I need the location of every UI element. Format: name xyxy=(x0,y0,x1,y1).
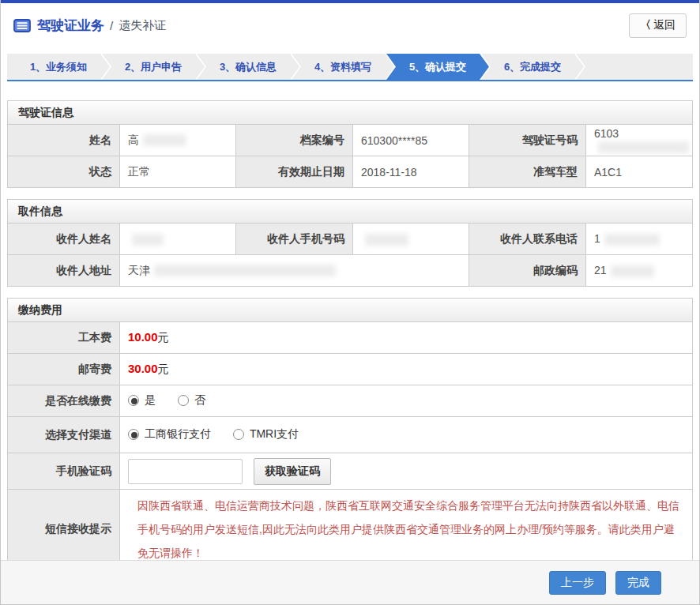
pickup-info-section: 取件信息 收件人姓名 收件人手机号码 收件人联系电话 1 收件人地址 天津 邮政… xyxy=(7,199,693,287)
sms-code-label: 手机验证码 xyxy=(8,453,120,490)
vehicle-class-label: 准驾车型 xyxy=(469,156,586,188)
sms-notice-label: 短信接收提示 xyxy=(8,490,120,569)
back-button[interactable]: 〈返回 xyxy=(629,13,687,38)
page-subtitle: 遗失补证 xyxy=(119,18,166,33)
license-info-section: 驾驶证信息 姓名 高 档案编号 610300****85 驾驶证号码 6103 … xyxy=(7,100,693,188)
step-wizard: 1、业务须知 2、用户申告 3、确认信息 4、资料填写 5、确认提交 6、完成提… xyxy=(7,54,693,81)
table-row: 收件人地址 天津 邮政编码 21 xyxy=(8,255,693,287)
radio-unselected-icon xyxy=(178,395,189,406)
redaction-blur xyxy=(598,141,689,153)
table-row: 工本费 10.00元 xyxy=(8,322,693,354)
address-label: 收件人地址 xyxy=(8,255,120,287)
recipient-name-value xyxy=(120,224,236,255)
step-tab-4[interactable]: 4、资料填写 xyxy=(292,54,394,80)
online-pay-label: 是否在线缴费 xyxy=(8,385,120,417)
name-label: 姓名 xyxy=(8,125,120,156)
sms-code-field: 获取验证码 xyxy=(120,453,693,490)
online-pay-options: 是 否 xyxy=(120,385,693,417)
finish-button[interactable]: 完成 xyxy=(615,571,661,595)
step-tab-6[interactable]: 6、完成提交 xyxy=(481,54,584,80)
page-title: 驾驶证业务 xyxy=(37,17,104,35)
redaction-blur xyxy=(611,265,654,277)
status-value: 正常 xyxy=(120,156,236,188)
file-no-value: 610300****85 xyxy=(353,125,469,156)
redaction-blur xyxy=(365,234,408,246)
mail-fee-value: 30.00元 xyxy=(120,354,693,385)
breadcrumb: 驾驶证业务 / 遗失补证 xyxy=(13,17,166,35)
table-row: 选择支付渠道 工商银行支付 TMRI支付 xyxy=(8,417,693,453)
step-tab-3[interactable]: 3、确认信息 xyxy=(197,54,299,80)
postcode-label: 邮政编码 xyxy=(469,255,586,287)
step-tab-1[interactable]: 1、业务须知 xyxy=(7,54,110,80)
table-row: 邮寄费 30.00元 xyxy=(8,354,693,385)
pickup-info-table: 收件人姓名 收件人手机号码 收件人联系电话 1 收件人地址 天津 邮政编码 21 xyxy=(7,223,693,287)
postcode-value: 21 xyxy=(586,255,693,287)
chevron-left-icon: 〈 xyxy=(640,18,651,31)
table-row: 手机验证码 获取验证码 xyxy=(8,453,693,490)
license-info-table: 姓名 高 档案编号 610300****85 驾驶证号码 6103 状态 正常 … xyxy=(7,124,693,188)
get-code-button[interactable]: 获取验证码 xyxy=(254,458,331,485)
sms-notice-text: 因陕西省联通、电信运营商技术问题，陕西省互联网交通安全综合服务管理平台无法向持陕… xyxy=(128,490,692,569)
recipient-mobile-label: 收件人手机号码 xyxy=(236,224,353,255)
radio-channel-tmri[interactable]: TMRI支付 xyxy=(233,427,299,442)
license-no-value: 6103 xyxy=(586,125,693,156)
redaction-blur xyxy=(143,134,186,146)
section-title-pickup-info: 取件信息 xyxy=(7,199,693,223)
radio-online-pay-no[interactable]: 否 xyxy=(178,393,205,408)
channel-options: 工商银行支付 TMRI支付 xyxy=(120,417,693,453)
section-title-payment: 缴纳费用 xyxy=(7,298,693,321)
radio-selected-icon xyxy=(128,395,139,406)
expiry-value: 2018-11-18 xyxy=(353,156,469,188)
redaction-blur xyxy=(132,234,164,246)
action-footer: 上一步 完成 xyxy=(1,560,699,604)
recipient-mobile-value xyxy=(353,224,469,255)
step-bar-underline xyxy=(7,80,693,81)
radio-selected-icon xyxy=(128,429,139,440)
radio-unselected-icon xyxy=(233,429,244,440)
redaction-blur xyxy=(154,265,336,276)
breadcrumb-separator: / xyxy=(110,19,113,32)
payment-table: 工本费 10.00元 邮寄费 30.00元 是否在线缴费 是 xyxy=(7,321,693,569)
form-content: 驾驶证信息 姓名 高 档案编号 610300****85 驾驶证号码 6103 … xyxy=(7,100,693,569)
mail-fee-label: 邮寄费 xyxy=(8,354,120,385)
channel-label: 选择支付渠道 xyxy=(8,417,120,453)
previous-step-button[interactable]: 上一步 xyxy=(549,571,606,595)
radio-channel-icbc[interactable]: 工商银行支付 xyxy=(128,427,211,442)
page-header: 驾驶证业务 / 遗失补证 〈返回 xyxy=(1,3,699,47)
section-title-license-info: 驾驶证信息 xyxy=(7,100,693,124)
redaction-blur xyxy=(604,234,660,246)
file-no-label: 档案编号 xyxy=(236,125,353,156)
table-row: 是否在线缴费 是 否 xyxy=(8,385,693,417)
recipient-name-label: 收件人姓名 xyxy=(8,224,120,255)
recipient-phone-value: 1 xyxy=(586,224,693,255)
radio-online-pay-yes[interactable]: 是 xyxy=(128,393,156,408)
vehicle-class-value: A1C1 xyxy=(586,156,693,188)
recipient-phone-label: 收件人联系电话 xyxy=(469,224,586,255)
address-value: 天津 xyxy=(120,255,469,287)
sms-code-input[interactable] xyxy=(128,459,243,484)
work-fee-label: 工本费 xyxy=(8,322,120,354)
table-row: 状态 正常 有效期止日期 2018-11-18 准驾车型 A1C1 xyxy=(8,156,693,188)
sms-notice-cell: 因陕西省联通、电信运营商技术问题，陕西省互联网交通安全综合服务管理平台无法向持陕… xyxy=(120,490,693,569)
license-service-page: 驾驶证业务 / 遗失补证 〈返回 1、业务须知 2、用户申告 3、确认信息 4、… xyxy=(0,0,700,605)
license-card-icon xyxy=(13,19,31,32)
table-row: 收件人姓名 收件人手机号码 收件人联系电话 1 xyxy=(8,224,693,255)
license-no-label: 驾驶证号码 xyxy=(469,125,586,156)
work-fee-value: 10.00元 xyxy=(120,322,693,354)
step-tab-5-active[interactable]: 5、确认提交 xyxy=(386,54,489,80)
status-label: 状态 xyxy=(8,156,120,188)
table-row: 短信接收提示 因陕西省联通、电信运营商技术问题，陕西省互联网交通安全综合服务管理… xyxy=(8,490,693,569)
expiry-label: 有效期止日期 xyxy=(236,156,353,188)
step-bar-filler xyxy=(576,54,693,80)
payment-section: 缴纳费用 工本费 10.00元 邮寄费 30.00元 是否在线缴费 是 xyxy=(7,298,693,569)
step-tab-2[interactable]: 2、用户申告 xyxy=(102,54,205,80)
table-row: 姓名 高 档案编号 610300****85 驾驶证号码 6103 xyxy=(8,125,693,156)
name-value: 高 xyxy=(120,125,236,156)
